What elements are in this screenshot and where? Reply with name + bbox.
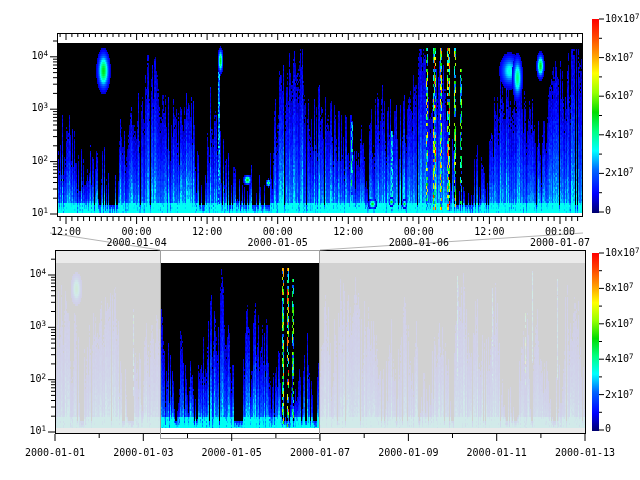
colorbar-tick-label: 2x107 bbox=[605, 388, 634, 400]
x-tick-label: 2000-01-13 bbox=[555, 447, 615, 458]
x-date-label: 2000-01-07 bbox=[530, 237, 590, 248]
y-tick-label: 101 bbox=[31, 206, 48, 218]
y-tick-label: 102 bbox=[31, 154, 48, 166]
colorbar-tick-label: 4x107 bbox=[605, 352, 634, 364]
x-tick-label: 12:00 bbox=[333, 226, 363, 237]
x-tick-label: 2000-01-09 bbox=[378, 447, 438, 458]
y-tick-label: 104 bbox=[29, 267, 46, 279]
y-tick-label: 104 bbox=[31, 49, 48, 61]
y-tick-label: 102 bbox=[29, 372, 46, 384]
x-date-label: 2000-01-05 bbox=[248, 237, 308, 248]
colorbar-top bbox=[592, 19, 599, 213]
top-spectrogram-canvas bbox=[58, 43, 582, 213]
x-tick-label: 2000-01-11 bbox=[467, 447, 527, 458]
x-tick-label: 00:00 bbox=[122, 226, 152, 237]
x-tick-label: 00:00 bbox=[545, 226, 575, 237]
x-date-label: 2000-01-06 bbox=[389, 237, 449, 248]
x-tick-label: 12:00 bbox=[192, 226, 222, 237]
x-tick-label: 2000-01-03 bbox=[113, 447, 173, 458]
colorbar-tick-label: 6x107 bbox=[605, 317, 634, 329]
colorbar-tick-label: 6x107 bbox=[605, 89, 634, 101]
selection-box[interactable] bbox=[160, 250, 320, 439]
dim-overlay-right bbox=[320, 251, 585, 433]
y-tick-label: 101 bbox=[29, 424, 46, 436]
colorbar-tick-label: 2x107 bbox=[605, 166, 634, 178]
x-tick-label: 00:00 bbox=[404, 226, 434, 237]
colorbar-tick-label: 8x107 bbox=[605, 281, 634, 293]
colorbar-tick-label: 0 bbox=[605, 423, 611, 434]
spectrogram-window: 10110210310410110210310412:0000:002000-0… bbox=[0, 0, 640, 480]
x-tick-label: 2000-01-05 bbox=[202, 447, 262, 458]
x-tick-label: 00:00 bbox=[263, 226, 293, 237]
colorbar-tick-label: 8x107 bbox=[605, 51, 634, 63]
colorbar-tick-label: 4x107 bbox=[605, 128, 634, 140]
dim-overlay-left bbox=[56, 251, 160, 433]
x-tick-label: 12:00 bbox=[51, 226, 81, 237]
x-tick-label: 2000-01-07 bbox=[290, 447, 350, 458]
x-tick-label: 2000-01-01 bbox=[25, 447, 85, 458]
colorbar-tick-label: 10x107 bbox=[605, 12, 640, 24]
x-tick-label: 12:00 bbox=[474, 226, 504, 237]
colorbar-tick-label: 10x107 bbox=[605, 246, 640, 258]
colorbar-bottom bbox=[592, 253, 599, 431]
x-date-label: 2000-01-04 bbox=[106, 237, 166, 248]
y-tick-label: 103 bbox=[31, 101, 48, 113]
y-tick-label: 103 bbox=[29, 319, 46, 331]
colorbar-tick-label: 0 bbox=[605, 205, 611, 216]
